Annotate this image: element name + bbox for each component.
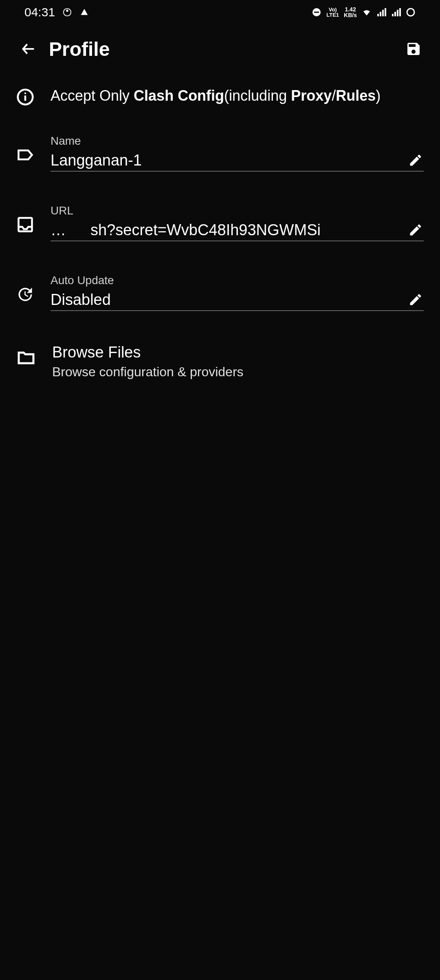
app-bar: Profile (0, 24, 440, 73)
circle-icon (406, 7, 416, 17)
notification-icon (62, 7, 72, 17)
autoupdate-label: Auto Update (51, 274, 424, 287)
browse-content: Browse Files Browse configuration & prov… (52, 344, 424, 380)
pencil-icon (408, 223, 423, 237)
browse-files-row[interactable]: Browse Files Browse configuration & prov… (16, 344, 424, 380)
svg-rect-6 (382, 10, 384, 16)
info-text: Accept Only Clash Config(including Proxy… (51, 86, 381, 106)
svg-point-1 (66, 10, 68, 12)
save-button[interactable] (403, 39, 424, 59)
network-speed: 1.42 KB/s (344, 7, 357, 18)
svg-rect-10 (397, 10, 398, 16)
svg-rect-3 (314, 12, 319, 13)
name-field-row[interactable]: Name Langganan-1 (16, 135, 424, 172)
url-value: … sh?secret=WvbC48Ih93NGWMSi (51, 221, 404, 239)
autoupdate-value-row: Disabled (51, 291, 424, 311)
main-content: Accept Only Clash Config(including Proxy… (0, 73, 440, 380)
back-button[interactable] (16, 37, 41, 61)
browse-title: Browse Files (52, 344, 424, 361)
wifi-icon (362, 7, 372, 17)
svg-point-15 (24, 93, 26, 94)
signal-icon-1 (376, 7, 386, 17)
autoupdate-field-row[interactable]: Auto Update Disabled (16, 274, 424, 311)
name-value: Langganan-1 (51, 152, 404, 169)
inbox-icon (16, 216, 34, 234)
svg-rect-11 (399, 8, 401, 16)
status-bar-right: Vo) LTE1 1.42 KB/s (312, 7, 416, 18)
url-label: URL (51, 204, 424, 217)
pencil-icon (408, 153, 423, 168)
url-value-row: … sh?secret=WvbC48Ih93NGWMSi (51, 221, 424, 241)
edit-autoupdate-button[interactable] (408, 292, 424, 308)
arrow-left-icon (20, 41, 37, 57)
save-icon (405, 41, 422, 57)
volte-icon: Vo) LTE1 (326, 7, 339, 18)
name-field: Name Langganan-1 (51, 135, 424, 172)
name-value-row: Langganan-1 (51, 152, 424, 172)
page-title: Profile (49, 38, 403, 60)
svg-point-12 (407, 9, 414, 16)
warning-icon (79, 7, 89, 17)
name-label: Name (51, 135, 424, 148)
edit-name-button[interactable] (408, 153, 424, 168)
info-icon (16, 88, 34, 106)
svg-rect-8 (392, 14, 394, 16)
url-field-row[interactable]: URL … sh?secret=WvbC48Ih93NGWMSi (16, 204, 424, 241)
update-icon (16, 285, 34, 303)
svg-rect-7 (385, 8, 386, 16)
do-not-disturb-icon (312, 7, 321, 17)
status-bar: 04:31 Vo) LTE1 1.42 KB/s (0, 0, 440, 24)
label-icon (16, 146, 34, 164)
svg-rect-4 (377, 14, 379, 16)
folder-icon (16, 348, 36, 367)
status-bar-left: 04:31 (24, 5, 89, 19)
signal-icon-2 (391, 7, 401, 17)
pencil-icon (408, 292, 423, 307)
status-time: 04:31 (24, 5, 55, 19)
autoupdate-value: Disabled (51, 291, 404, 309)
svg-rect-5 (380, 12, 381, 16)
url-field: URL … sh?secret=WvbC48Ih93NGWMSi (51, 204, 424, 241)
autoupdate-field: Auto Update Disabled (51, 274, 424, 311)
svg-rect-9 (394, 12, 396, 16)
edit-url-button[interactable] (408, 223, 424, 238)
browse-subtitle: Browse configuration & providers (52, 364, 424, 380)
info-notice: Accept Only Clash Config(including Proxy… (16, 86, 424, 106)
